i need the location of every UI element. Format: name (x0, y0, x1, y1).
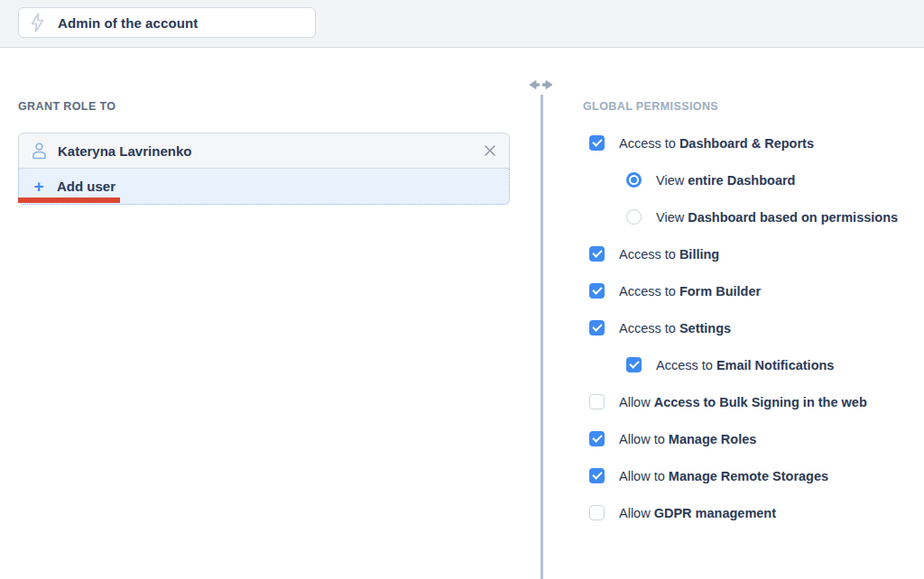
lightning-icon (30, 13, 45, 32)
permissions-list: Access to Dashboard & Reports View entir… (583, 124, 921, 531)
permission-row: Allow GDPR management (583, 494, 921, 531)
permission-bold: Email Notifications (716, 358, 835, 372)
permission-bold: entire Dashboard (688, 173, 795, 188)
permission-prefix: View (656, 210, 688, 225)
permission-prefix: Allow to (619, 469, 669, 483)
permission-label: Allow GDPR management (619, 506, 776, 520)
user-icon (32, 142, 47, 160)
permission-bold: Manage Roles (669, 432, 757, 446)
permission-label: Access to Form Builder (619, 284, 761, 299)
checkbox-unchecked[interactable] (589, 505, 605, 520)
checkbox-checked[interactable] (589, 431, 605, 446)
permission-bold: Manage Remote Storages (669, 469, 828, 483)
permission-row: View Dashboard based on permissions (583, 198, 921, 235)
permission-prefix: Allow (619, 395, 654, 409)
checkbox-checked[interactable] (589, 468, 605, 483)
permission-label: View entire Dashboard (656, 173, 795, 188)
user-row[interactable]: Kateryna Lavrinenko (18, 133, 510, 169)
checkbox-checked[interactable] (626, 357, 642, 372)
permission-label: Access to Settings (619, 321, 731, 335)
permission-label: Allow to Manage Roles (619, 432, 756, 446)
grant-role-title: GRANT ROLE TO (18, 100, 510, 113)
global-permissions-title: GLOBAL PERMISSIONS (583, 100, 921, 113)
resize-handle-icon[interactable] (529, 78, 553, 91)
radio-selected[interactable] (626, 172, 642, 188)
permission-prefix: Access to (619, 321, 679, 335)
permission-row: Allow to Manage Remote Storages (583, 457, 921, 494)
plus-icon: + (32, 178, 46, 195)
checkbox-checked[interactable] (589, 320, 605, 335)
permission-bold: Dashboard based on permissions (688, 210, 898, 225)
permission-label: View Dashboard based on permissions (656, 210, 898, 225)
annotation-red-underline (18, 198, 120, 203)
permission-prefix: Access to (656, 358, 716, 372)
permission-prefix: Allow (619, 506, 654, 520)
topbar: Admin of the account (0, 0, 924, 48)
permission-bold: Form Builder (679, 284, 761, 299)
role-label: Admin of the account (58, 15, 198, 31)
permission-label: Allow to Manage Remote Storages (619, 469, 828, 483)
permission-label: Access to Dashboard & Reports (619, 136, 814, 151)
permission-prefix: Access to (619, 136, 679, 151)
permission-bold: Dashboard & Reports (679, 136, 814, 151)
checkbox-unchecked[interactable] (589, 394, 605, 409)
permission-prefix: Allow to (619, 432, 669, 446)
user-list: Kateryna Lavrinenko + Add user (18, 133, 510, 205)
role-selector[interactable]: Admin of the account (18, 7, 316, 38)
permission-prefix: Access to (619, 247, 679, 262)
global-permissions-panel: GLOBAL PERMISSIONS Access to Dashboard &… (583, 100, 921, 531)
permission-row: Allow Access to Bulk Signing in the web (583, 383, 921, 420)
permission-row: Access to Billing (583, 235, 921, 272)
permission-row: Access to Dashboard & Reports (583, 124, 921, 161)
permission-row: View entire Dashboard (583, 161, 921, 198)
permission-row: Access to Form Builder (583, 272, 921, 309)
remove-user-button[interactable] (484, 144, 496, 157)
permission-row: Access to Email Notifications (583, 346, 921, 383)
add-user-label: Add user (57, 179, 116, 194)
checkbox-checked[interactable] (589, 283, 605, 299)
checkbox-checked[interactable] (589, 135, 605, 151)
permission-bold: Access to Bulk Signing in the web (654, 395, 867, 409)
permission-label: Access to Billing (619, 247, 719, 262)
permission-bold: GDPR management (654, 506, 776, 520)
permission-label: Allow Access to Bulk Signing in the web (619, 395, 867, 409)
permission-prefix: Access to (619, 284, 679, 299)
radio-unselected[interactable] (626, 209, 642, 225)
permission-prefix: View (656, 173, 688, 188)
roles-admin-screen: Admin of the account GRANT ROLE TO Kater… (0, 0, 924, 579)
grant-role-panel: GRANT ROLE TO Kateryna Lavrinenko + (18, 100, 510, 205)
permission-bold: Settings (679, 321, 731, 335)
permission-row: Allow to Manage Roles (583, 420, 921, 457)
user-name: Kateryna Lavrinenko (58, 143, 473, 159)
checkbox-checked[interactable] (589, 246, 605, 262)
permission-bold: Billing (679, 247, 719, 262)
permission-row: Access to Settings (583, 309, 921, 346)
panel-divider[interactable] (541, 95, 543, 579)
permission-label: Access to Email Notifications (656, 358, 834, 372)
